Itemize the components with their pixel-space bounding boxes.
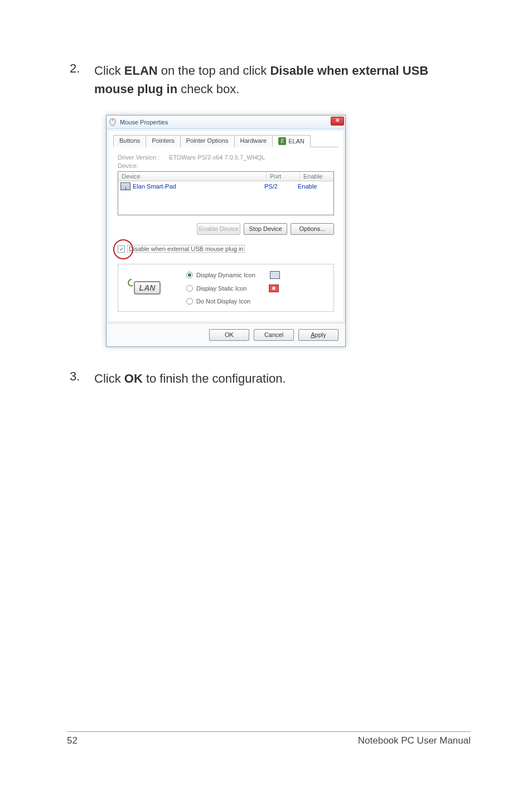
stop-device-button[interactable]: Stop Device (244, 223, 287, 235)
manual-title: Notebook PC User Manual (358, 735, 471, 746)
step-2: 2. Click ELAN on the top and click Disab… (70, 61, 471, 98)
tab-buttons[interactable]: Buttons (113, 135, 146, 147)
radio-none-label: Do Not Display Icon (196, 298, 250, 305)
tab-pointer-options[interactable]: Pointer Options (180, 135, 235, 147)
table-row[interactable]: Elan Smart-Pad PS/2 Enable (118, 181, 333, 191)
col-header-device: Device (118, 172, 267, 181)
elan-logo: LAN (125, 274, 170, 302)
touchpad-icon (120, 182, 130, 190)
mouse-icon (109, 118, 117, 126)
col-header-enable: Enable (300, 172, 333, 181)
disable-usb-checkbox[interactable]: ✓ (118, 245, 125, 253)
step-3: 3. Click OK to finish the configuration. (70, 369, 471, 388)
elan-logo-icon: E (278, 137, 286, 145)
tab-elan-label: ELAN (288, 138, 304, 144)
tab-pointers[interactable]: Pointers (146, 135, 180, 147)
radio-dynamic[interactable] (186, 272, 193, 278)
device-label: Device: (118, 162, 334, 169)
screenshot-dialog: Mouse Properties ✕ Buttons Pointers Poin… (106, 115, 471, 347)
options-button[interactable]: Options... (291, 223, 334, 235)
page-number: 52 (67, 735, 78, 746)
titlebar: Mouse Properties ✕ (107, 115, 345, 129)
radio-static-row[interactable]: Display Static Icon ✽ (186, 284, 280, 292)
device-port: PS/2 (264, 183, 298, 190)
radio-none[interactable] (186, 298, 193, 305)
step-3-text: Click OK to finish the configuration. (94, 369, 286, 388)
step-2-text: Click ELAN on the top and click Disable … (94, 61, 471, 98)
tab-hardware[interactable]: Hardware (234, 135, 273, 147)
col-header-port: Port (267, 172, 300, 181)
radio-static-label: Display Static Icon (196, 285, 246, 292)
cancel-button[interactable]: Cancel (254, 329, 294, 341)
tab-elan[interactable]: E ELAN (272, 135, 311, 147)
static-tray-icon: ✽ (269, 284, 279, 292)
page-footer: 52 Notebook PC User Manual (67, 731, 471, 746)
radio-dynamic-row[interactable]: Display Dynamic Icon (186, 271, 280, 279)
device-enable: Enable (298, 183, 331, 190)
dynamic-tray-icon (270, 271, 280, 279)
ok-button[interactable]: OK (209, 329, 249, 341)
radio-dynamic-label: Display Dynamic Icon (196, 272, 255, 278)
step-2-number: 2. (70, 61, 94, 98)
disable-usb-label: Disable when external USB mouse plug in (127, 245, 245, 253)
disable-usb-checkbox-row[interactable]: ✓ Disable when external USB mouse plug i… (118, 245, 334, 253)
device-name: Elan Smart-Pad (133, 183, 176, 190)
apply-button[interactable]: Apply (298, 329, 338, 341)
dialog-title: Mouse Properties (120, 119, 168, 126)
enable-device-button: Enable Device (197, 223, 240, 235)
radio-none-row[interactable]: Do Not Display Icon (186, 298, 280, 305)
radio-static[interactable] (186, 285, 193, 292)
tabs: Buttons Pointers Pointer Options Hardwar… (113, 134, 338, 147)
step-3-number: 3. (70, 369, 94, 388)
icon-display-group: LAN Display Dynamic Icon (118, 264, 334, 312)
device-table: Device Port Enable Elan Smart-Pad PS/2 (118, 171, 334, 215)
driver-version: Driver Version : ETDWare PS/2-x64 7.0.5.… (118, 154, 334, 161)
close-button[interactable]: ✕ (331, 117, 344, 126)
